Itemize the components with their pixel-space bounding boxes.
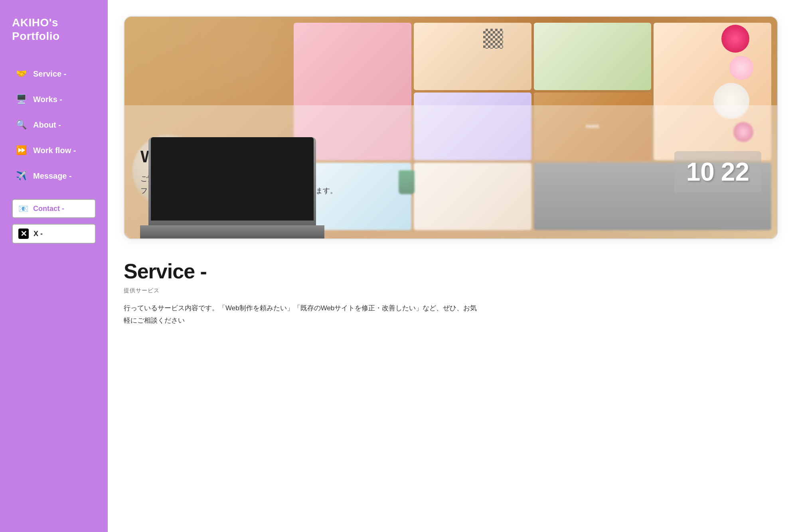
- workflow-icon: ⏩: [14, 143, 28, 158]
- pixel-decoration: [483, 29, 503, 49]
- sidebar-item-label: Service -: [33, 69, 66, 79]
- service-subtitle: 提供サービス: [124, 287, 778, 294]
- x-logo-icon: ✕: [18, 229, 29, 239]
- service-icon: 🤝: [14, 67, 28, 81]
- hero-clock: 10 22: [674, 151, 761, 193]
- clock-hour: 10: [686, 159, 715, 185]
- service-title: Service -: [124, 259, 778, 283]
- main-content: PARIS: [108, 0, 798, 532]
- sidebar-nav: 🤝 Service - 🖥️ Works - 🔍 About - ⏩ Work …: [12, 63, 96, 187]
- sidebar-item-service[interactable]: 🤝 Service -: [12, 63, 96, 85]
- service-description: 行っているサービス内容です。「Web制作を頼みたい」「既存のWebサイトを修正・…: [124, 302, 483, 327]
- sidebar-item-label: Works -: [33, 95, 62, 104]
- about-icon: 🔍: [14, 118, 28, 132]
- sidebar-item-workflow[interactable]: ⏩ Work flow -: [12, 139, 96, 162]
- photo-card: [414, 23, 531, 90]
- sidebar: AKIHO's Portfolio 🤝 Service - 🖥️ Works -…: [0, 0, 108, 532]
- service-section: Service - 提供サービス 行っているサービス内容です。「Web制作を頼み…: [124, 259, 778, 327]
- laptop-decoration: [148, 135, 316, 238]
- sidebar-item-works[interactable]: 🖥️ Works -: [12, 88, 96, 110]
- works-icon: 🖥️: [14, 92, 28, 106]
- clock-minute: 22: [721, 159, 749, 185]
- message-icon: ✈️: [14, 169, 28, 183]
- sidebar-item-about[interactable]: 🔍 About -: [12, 114, 96, 136]
- sidebar-item-label: Message -: [33, 171, 72, 181]
- photo-card: [534, 23, 652, 90]
- sidebar-item-message[interactable]: ✈️ Message -: [12, 165, 96, 187]
- logo: AKIHO's Portfolio: [12, 16, 96, 43]
- sidebar-item-label: About -: [33, 120, 61, 130]
- x-button[interactable]: ✕ X -: [12, 224, 96, 244]
- sidebar-item-label: Work flow -: [33, 146, 76, 155]
- hero-banner: PARIS: [124, 16, 778, 239]
- contact-button[interactable]: 📧 Contact -: [12, 199, 96, 218]
- contact-icon: 📧: [18, 204, 28, 213]
